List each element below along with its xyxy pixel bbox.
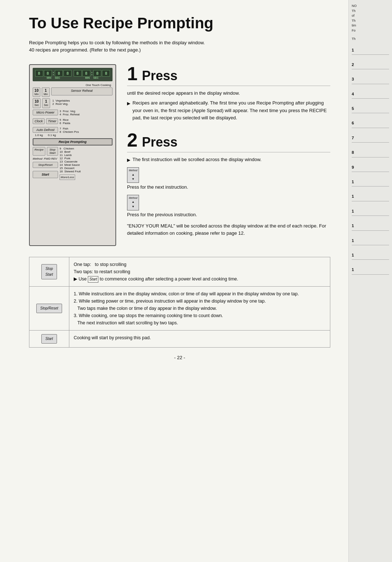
press-next-text: Press for the next instruction. bbox=[127, 184, 188, 190]
stop-reset-instructions: 1. While instructions are in the display… bbox=[69, 287, 330, 331]
stop-start-button[interactable]: StopStart bbox=[47, 147, 58, 156]
method-icon-next: Method ▲▼ bbox=[127, 167, 139, 183]
step-1-body: until the desired recipe appears in the … bbox=[127, 90, 330, 97]
1min-button[interactable]: 1 Min bbox=[42, 87, 49, 97]
step-1-verb: Press bbox=[142, 68, 177, 83]
auto-defrost-button[interactable]: Auto Defrost bbox=[33, 127, 58, 133]
step-2-body: ▶ The first instruction will be scrolled… bbox=[127, 156, 330, 164]
step-1-number: 1 bbox=[127, 64, 138, 83]
start-instructions: Cooking will start by pressing this pad. bbox=[69, 331, 330, 348]
stop-reset-icon: Stop/Reset bbox=[36, 304, 62, 313]
display-digit: 8 bbox=[82, 70, 90, 77]
display-digit: 8 bbox=[93, 70, 101, 77]
1sec-button[interactable]: 1 Sec bbox=[42, 98, 50, 108]
display-digit: 8 bbox=[102, 70, 110, 77]
table-row-stop-start: StopStart One tap: to stop scrolling Two… bbox=[29, 257, 330, 287]
display-label2: MIN SEC bbox=[74, 77, 110, 79]
fwd-button[interactable]: FWD bbox=[44, 157, 50, 160]
step-2-verb: Press bbox=[142, 135, 177, 150]
table-row-start: Start Cooking will start by pressing thi… bbox=[29, 331, 330, 348]
method-icon-prev: Method ▲▼ bbox=[127, 195, 139, 210]
display-digit: 8 bbox=[55, 70, 63, 77]
display-label: MIN SEC bbox=[35, 77, 72, 79]
press-prev-text: Press for the previous instruction. bbox=[127, 212, 197, 217]
step-1-note: ▶ Recipes are arranged alphabetically. T… bbox=[127, 99, 330, 122]
stop-start-instructions: One tap: to stop scrolling Two taps: to … bbox=[69, 257, 330, 287]
display-screen: 8 8 : 8 8 MIN SEC 8 8 : bbox=[33, 68, 113, 81]
10sec-button[interactable]: 10 Sec bbox=[33, 98, 41, 108]
steps-area: 1 Press until the desired recipe appears… bbox=[127, 64, 330, 246]
display-digit: 8 bbox=[74, 70, 82, 77]
step-1: 1 Press until the desired recipe appears… bbox=[127, 64, 330, 122]
intro-text: Recipe Prompting helps you to cook by fo… bbox=[29, 39, 330, 53]
10min-button[interactable]: 10 Min bbox=[33, 87, 40, 97]
display-digit: 8 bbox=[64, 70, 72, 77]
stop-reset-button[interactable]: Stop/Reset bbox=[33, 162, 58, 168]
sidebar-numbers: 1 2 3 4 5 6 7 8 9 1 1 1 1 1 1 1 bbox=[352, 48, 389, 275]
step-2: 2 Press ▶ The first instruction will be … bbox=[127, 131, 330, 237]
instructions-table: StopStart One tap: to stop scrolling Two… bbox=[29, 257, 330, 348]
right-sidebar: NOThofThtimFo Th 1 2 3 4 5 6 7 8 9 1 1 1… bbox=[348, 0, 392, 562]
micro-power-button[interactable]: Micro Power bbox=[33, 110, 58, 115]
start-icon: Start bbox=[41, 334, 57, 344]
clock-button[interactable]: Clock bbox=[33, 118, 45, 124]
page-number: - 22 - bbox=[29, 355, 330, 360]
page-title: To Use Recipe Prompting bbox=[29, 15, 330, 32]
stop-start-icon: StopStart bbox=[41, 264, 57, 279]
display-digit: 8 bbox=[35, 70, 43, 77]
sensor-reheat-button[interactable]: Sensor Reheat bbox=[51, 87, 113, 95]
sidebar-note: NOThofThtimFo bbox=[352, 4, 389, 33]
timer-button[interactable]: Timer bbox=[46, 118, 58, 124]
sidebar-note2: Th bbox=[352, 37, 389, 42]
start-button-large[interactable]: Start bbox=[33, 171, 58, 178]
microwave-panel: 8 8 : 8 8 MIN SEC 8 8 : bbox=[29, 64, 116, 246]
recipe-button[interactable]: Recipe bbox=[33, 147, 45, 156]
one-touch-label: One Touch Cooking bbox=[33, 83, 113, 87]
enjoy-text: "ENJOY YOUR MEAL" will be scrolled acros… bbox=[127, 222, 330, 238]
recipe-prompting-button[interactable]: Recipe Prompting bbox=[33, 138, 113, 145]
rev-button[interactable]: REV bbox=[51, 157, 57, 160]
display-digit: 8 bbox=[44, 70, 52, 77]
table-row-stop-reset: Stop/Reset 1. While instructions are in … bbox=[29, 287, 330, 331]
step-2-number: 2 bbox=[127, 131, 138, 149]
